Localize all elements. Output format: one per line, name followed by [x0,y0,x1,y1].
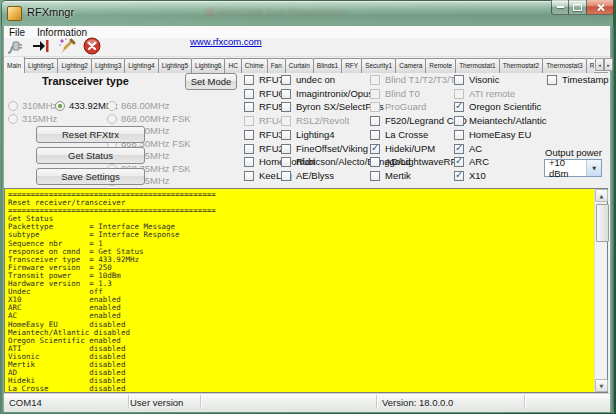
scroll-up-icon[interactable]: ▲ [595,189,608,202]
checkbox-rsl2-revolt[interactable]: RSL2/Revolt [281,115,349,126]
exit-icon[interactable] [81,36,103,56]
checkbox-box-icon [547,75,557,85]
radio-310mhz[interactable]: 310MHz [8,100,57,111]
checkbox-label: RSL2/Revolt [296,115,349,126]
checkbox-box-icon [454,171,464,181]
checkbox-box-icon [244,130,254,140]
checkbox-box-icon [281,89,291,99]
tab-rfy[interactable]: RFY [341,58,362,73]
checkbox-visonic[interactable]: Visonic [454,74,499,85]
checkbox-box-icon [454,75,464,85]
checkbox-homeeasy-eu[interactable]: HomeEasy EU [454,129,531,140]
configure-wand-icon[interactable] [56,36,78,56]
tab-thermostat1[interactable]: Thermostat1 [455,58,500,73]
tab-lighting3[interactable]: Lighting3 [91,58,125,73]
checkbox-arc[interactable]: ARC [454,156,489,167]
checkbox-rfu2[interactable]: RFU2 [244,143,284,154]
set-mode-button[interactable]: Set Mode [185,73,237,90]
checkbox-ad-lightwaverf[interactable]: AD/LightwaveRF [370,156,456,167]
tab-lighting5[interactable]: Lighting5 [158,58,192,73]
checkbox-mertik[interactable]: Mertik [370,170,411,181]
get-status-button[interactable]: Get Status [36,147,145,164]
checkbox-f520-legrand-cad[interactable]: F520/Legrand CAD [370,115,467,126]
checkbox-label: Timestamp [562,74,609,85]
checkbox-rfu7[interactable]: RFU7 [244,74,284,85]
checkbox-box-icon [281,171,291,181]
radio-868-00mhz[interactable]: 868.00MHz [107,100,170,111]
tab-camera[interactable]: Camera [395,58,426,73]
checkbox-x10[interactable]: X10 [454,170,486,181]
checkbox-hideki-upm[interactable]: Hideki/UPM [370,143,435,154]
tab-curtain[interactable]: Curtain [285,58,314,73]
tab-lighting6[interactable]: Lighting6 [191,58,225,73]
tab-thermostat3[interactable]: Thermostat3 [542,58,587,73]
tab-r[interactable]: R [586,58,594,73]
radio-label: 868.00MHz [121,100,170,111]
checkbox-proguard[interactable]: ProGuard [370,101,426,112]
tab-remote[interactable]: Remote [425,58,456,73]
checkbox-label: Hideki/UPM [385,143,435,154]
log-output[interactable]: ========================================… [4,188,608,393]
checkbox-label: Meiantech/Atlantic [469,115,547,126]
tab-chime[interactable]: Chime [241,58,268,73]
checkbox-box-icon [454,116,464,126]
checkbox-imagintronix-opus[interactable]: Imagintronix/Opus [281,88,373,99]
tab-security1[interactable]: Security1 [361,58,396,73]
checkbox-rfu5[interactable]: RFU5 [244,101,284,112]
checkbox-box-icon [244,89,254,99]
checkbox-label: Visonic [469,74,499,85]
checkbox-rfu6[interactable]: RFU6 [244,88,284,99]
output-power-select[interactable]: +10 dBm ▼ [544,159,602,177]
tab-lighting2[interactable]: Lighting2 [57,58,91,73]
checkbox-box-icon [244,116,254,126]
checkbox-label: Lighting4 [296,129,335,140]
checkbox-box-icon [370,89,380,99]
rfxcom-link[interactable]: www.rfxcom.com [190,36,262,47]
tab-hc[interactable]: HC [224,58,241,73]
scrollbar-thumb[interactable] [596,204,609,242]
tab-lighting1[interactable]: Lighting1 [24,58,58,73]
checkbox-ae-blyss[interactable]: AE/Blyss [281,170,334,181]
checkbox-undec-on[interactable]: undec on [281,74,335,85]
statusbar-divider [200,395,201,409]
reset-rfxtrx-button[interactable]: Reset RFXtrx [36,126,145,143]
checkbox-timestamp[interactable]: Timestamp [547,74,609,85]
checkbox-box-icon [244,171,254,181]
checkbox-label: AD/LightwaveRF [385,156,456,167]
connect-disconnect-icon[interactable] [30,36,52,56]
checkbox-blind-t1-t2-t3-t4[interactable]: Blind T1/T2/T3/T4 [370,74,461,85]
tab-fan[interactable]: Fan [267,58,286,73]
checkbox-fineoffset-viking[interactable]: FineOffset/Viking [281,143,368,154]
save-settings-button[interactable]: Save Settings [36,168,145,185]
checkbox-la-crosse[interactable]: La Crosse [370,129,428,140]
checkbox-rfu4[interactable]: RFU4 [244,115,284,126]
tab-main[interactable]: Main [3,57,25,73]
tab-lighting4[interactable]: Lighting4 [124,58,158,73]
statusbar-divider [128,395,129,409]
radio-315mhz[interactable]: 315MHz [8,113,57,124]
log-scrollbar[interactable]: ▲ ▼ [594,189,607,392]
radio-868-00mhz-fsk[interactable]: 868.00MHz FSK [107,113,191,124]
checkbox-ati-remote[interactable]: ATI remote [454,88,515,99]
tab-scroll-right-icon[interactable]: ▸ [604,58,613,71]
tab-blinds1[interactable]: Blinds1 [313,58,342,73]
status-port: COM14 [9,397,42,408]
status-version: Version: 18.0.0.0 [382,397,453,408]
checkbox-lighting4[interactable]: Lighting4 [281,129,335,140]
checkbox-blind-t0[interactable]: Blind T0 [370,88,420,99]
checkbox-oregon-scientific[interactable]: Oregon Scientific [454,101,541,112]
checkbox-meiantech-atlantic[interactable]: Meiantech/Atlantic [454,115,547,126]
checkbox-box-icon [370,157,380,167]
chevron-down-icon: ▼ [586,160,601,176]
status-mode: User version [130,397,183,408]
checkbox-byron-sx-selectplus[interactable]: Byron SX/SelectPlus [281,101,384,112]
checkbox-box-icon [370,102,380,112]
checkbox-rfu3[interactable]: RFU3 [244,129,284,140]
serial-connector-icon[interactable] [4,36,26,56]
tab-thermostat2[interactable]: Thermostat2 [499,58,544,73]
log-line: La Crosse disabled [8,385,607,393]
checkbox-ac[interactable]: AC [454,143,482,154]
scroll-down-icon[interactable]: ▼ [595,379,608,392]
tab-scroll-left-icon[interactable]: ◂ [595,58,604,71]
checkbox-label: Mertik [385,170,411,181]
